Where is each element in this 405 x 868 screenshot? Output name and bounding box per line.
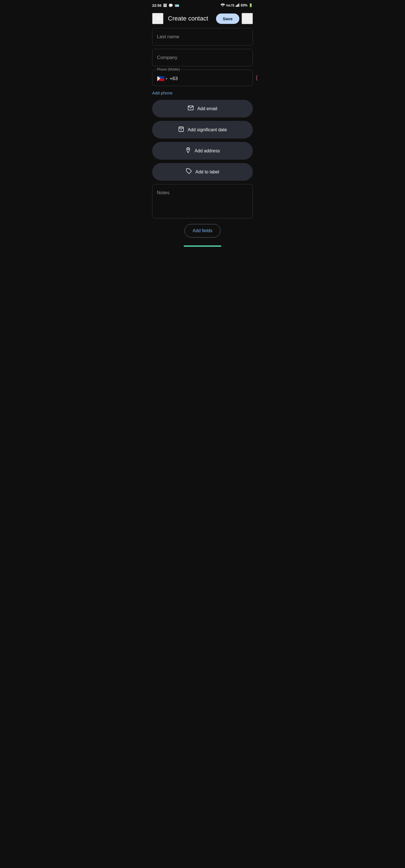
add-email-button[interactable]: Add email xyxy=(152,100,253,118)
wallet-icon: 🪪 xyxy=(175,3,179,8)
add-email-label: Add email xyxy=(197,106,217,111)
company-field[interactable] xyxy=(152,49,253,66)
add-date-label: Add significant date xyxy=(187,127,227,132)
add-to-label-text: Add to label xyxy=(196,169,220,175)
flag-icon: 🇵🇭 xyxy=(157,75,165,82)
svg-rect-4 xyxy=(238,4,239,7)
status-left: 22:56 🖼 💬 🪪 xyxy=(152,3,179,8)
phone-number-input[interactable] xyxy=(170,76,248,82)
svg-point-12 xyxy=(187,149,189,150)
add-to-label-button[interactable]: Add to label xyxy=(152,163,253,181)
add-fields-button[interactable]: Add fields xyxy=(184,224,221,238)
messenger-icon: 💬 xyxy=(169,3,173,8)
remove-phone-button[interactable]: − xyxy=(256,73,257,83)
svg-point-0 xyxy=(222,6,223,7)
photo-icon: 🖼 xyxy=(163,3,167,8)
phone-input-row: 🇵🇭 ▾ xyxy=(157,73,248,82)
add-phone-link[interactable]: Add phone xyxy=(152,89,253,96)
location-icon xyxy=(185,147,191,155)
country-selector[interactable]: 🇵🇭 ▾ xyxy=(157,75,167,82)
label-icon xyxy=(186,168,192,176)
add-address-label: Add address xyxy=(195,148,220,153)
phone-container: Phone (Mobile) 🇵🇭 ▾ − xyxy=(152,70,253,86)
volte-icon: VoLTE xyxy=(226,4,235,7)
phone-field-wrapper: Phone (Mobile) 🇵🇭 ▾ xyxy=(152,70,253,86)
svg-rect-2 xyxy=(236,5,237,7)
more-icon: ⋮ xyxy=(244,15,250,22)
battery-text: 83% xyxy=(241,3,248,7)
svg-rect-3 xyxy=(237,4,238,7)
wifi-icon xyxy=(221,3,225,8)
notes-field[interactable] xyxy=(152,184,253,218)
last-name-field[interactable] xyxy=(152,28,253,45)
email-icon xyxy=(187,105,194,113)
calendar-icon xyxy=(178,126,184,133)
add-significant-date-button[interactable]: Add significant date xyxy=(152,121,253,138)
status-right: VoLTE 83% 🔋 xyxy=(221,3,253,8)
phone-label: Phone (Mobile) xyxy=(156,67,181,71)
svg-rect-5 xyxy=(239,3,240,7)
close-button[interactable]: ✕ xyxy=(152,13,164,24)
form-content: Phone (Mobile) 🇵🇭 ▾ − Add phone Add emai… xyxy=(148,28,257,242)
add-address-button[interactable]: Add address xyxy=(152,142,253,160)
save-button[interactable]: Save xyxy=(216,13,239,24)
svg-rect-7 xyxy=(179,127,184,132)
signal-icon xyxy=(236,3,240,8)
home-indicator xyxy=(184,245,221,247)
app-bar-right: Save ⋮ xyxy=(216,13,253,24)
dropdown-arrow-icon: ▾ xyxy=(166,77,167,81)
app-bar: ✕ Create contact Save ⋮ xyxy=(148,10,257,28)
close-icon: ✕ xyxy=(155,15,160,22)
svg-rect-1 xyxy=(236,6,236,7)
status-bar: 22:56 🖼 💬 🪪 VoLTE 83% 🔋 xyxy=(148,0,257,10)
time-display: 22:56 xyxy=(152,3,162,8)
page-title: Create contact xyxy=(168,15,208,22)
more-options-button[interactable]: ⋮ xyxy=(241,13,253,24)
app-bar-left: ✕ Create contact xyxy=(152,13,208,24)
svg-point-11 xyxy=(180,129,182,130)
battery-icon: 🔋 xyxy=(249,3,253,7)
